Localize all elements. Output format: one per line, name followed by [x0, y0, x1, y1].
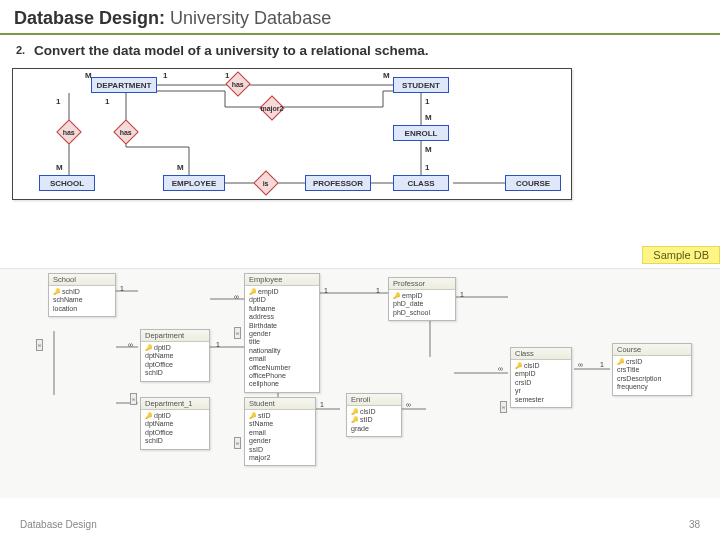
erd-card: 1	[163, 71, 167, 80]
schema-table-title: Course	[613, 344, 691, 356]
schema-card: 1	[600, 361, 604, 368]
erd-card: 1	[425, 97, 429, 106]
schema-field: ssID	[248, 446, 312, 454]
footer-page-number: 38	[689, 519, 700, 530]
schema-field: major2	[248, 454, 312, 462]
schema-card: ∞	[406, 401, 411, 408]
schema-table-professor: Professor empID phD_date phD_school	[388, 277, 456, 321]
schema-card: 1	[324, 287, 328, 294]
erd-card: 1	[105, 97, 109, 106]
schema-table-employee: Employee empID dptID fullname address Bi…	[244, 273, 320, 393]
schema-field: gender	[248, 330, 316, 338]
schema-table-title: Student	[245, 398, 315, 410]
schema-field: crsID	[616, 358, 688, 366]
schema-field: dptName	[144, 352, 206, 360]
erd-entity-course: COURSE	[505, 175, 561, 191]
erd-entity-class: CLASS	[393, 175, 449, 191]
schema-table-title: Class	[511, 348, 571, 360]
schema-field: empID	[514, 370, 568, 378]
slide-header: Database Design: University Database	[0, 0, 720, 35]
schema-field: officePhone	[248, 372, 316, 380]
schema-field: fullname	[248, 305, 316, 313]
schema-field: stName	[248, 420, 312, 428]
erd-card: 1	[425, 163, 429, 172]
schema-diagram: School schID schName location Department…	[0, 268, 720, 498]
schema-card: ∞	[578, 361, 583, 368]
schema-field: nationality	[248, 347, 316, 355]
schema-table-department: Department dptID dptName dptOffice schID	[140, 329, 210, 382]
schema-table-enroll: Enroll clsID stID grade	[346, 393, 402, 437]
schema-field: schID	[52, 288, 112, 296]
schema-field: cellphone	[248, 380, 316, 388]
schema-field: crsID	[514, 379, 568, 387]
schema-field: gender	[248, 437, 312, 445]
schema-table-student: Student stID stName email gender ssID ma…	[244, 397, 316, 466]
footer-left: Database Design	[20, 519, 97, 530]
schema-field: schID	[144, 437, 206, 445]
erd-card: M	[85, 71, 92, 80]
schema-field: semester	[514, 396, 568, 404]
schema-table-class: Class clsID empID crsID yr semester	[510, 347, 572, 408]
conn-tab: ∞	[500, 401, 507, 413]
schema-table-department1: Department_1 dptID dptName dptOffice sch…	[140, 397, 210, 450]
erd-entity-employee: EMPLOYEE	[163, 175, 225, 191]
schema-field: grade	[350, 425, 398, 433]
schema-table-title: Professor	[389, 278, 455, 290]
schema-field: yr	[514, 387, 568, 395]
schema-field: stID	[248, 412, 312, 420]
schema-field: dptID	[144, 344, 206, 352]
erd-entity-enroll: ENROLL	[393, 125, 449, 141]
schema-table-title: Enroll	[347, 394, 401, 406]
schema-field: crsDescription	[616, 375, 688, 383]
schema-field: frequency	[616, 383, 688, 391]
conn-tab: ∞	[36, 339, 43, 351]
schema-field: email	[248, 355, 316, 363]
schema-field: stID	[350, 416, 398, 424]
schema-field: schID	[144, 369, 206, 377]
erd-card: M	[177, 163, 184, 172]
schema-field: clsID	[514, 362, 568, 370]
erd-diagram: DEPARTMENT STUDENT has major2 has has is…	[12, 68, 572, 200]
slide-footer: Database Design 38	[0, 513, 720, 540]
schema-card: 1	[460, 291, 464, 298]
schema-field: location	[52, 305, 112, 313]
schema-card: ∞	[234, 293, 239, 300]
erd-entity-department: DEPARTMENT	[91, 77, 157, 93]
header-title-bold: Database Design:	[14, 8, 165, 28]
schema-field: dptOffice	[144, 361, 206, 369]
erd-card: M	[383, 71, 390, 80]
erd-card: M	[56, 163, 63, 172]
task-text: Convert the data model of a university t…	[34, 43, 429, 58]
schema-field: phD_date	[392, 300, 452, 308]
schema-table-title: Employee	[245, 274, 319, 286]
schema-table-school: School schID schName location	[48, 273, 116, 317]
schema-card: 1	[120, 285, 124, 292]
schema-field: empID	[392, 292, 452, 300]
schema-table-title: Department_1	[141, 398, 209, 410]
conn-tab: ∞	[234, 437, 241, 449]
erd-card: M	[425, 113, 432, 122]
schema-card: 1	[216, 341, 220, 348]
schema-field: dptID	[248, 296, 316, 304]
erd-card: 1	[56, 97, 60, 106]
conn-tab: ∞	[130, 393, 137, 405]
schema-field: address	[248, 313, 316, 321]
sample-db-badge: Sample DB	[642, 246, 720, 264]
schema-field: title	[248, 338, 316, 346]
erd-entity-school: SCHOOL	[39, 175, 95, 191]
erd-entity-student: STUDENT	[393, 77, 449, 93]
schema-card: ∞	[128, 341, 133, 348]
task-number: 2.	[16, 44, 25, 56]
erd-entity-professor: PROFESSOR	[305, 175, 371, 191]
schema-field: dptName	[144, 420, 206, 428]
schema-field: clsID	[350, 408, 398, 416]
schema-field: dptOffice	[144, 429, 206, 437]
schema-table-course: Course crsID crsTitle crsDescription fre…	[612, 343, 692, 396]
schema-card: 1	[376, 287, 380, 294]
schema-card: 1	[320, 401, 324, 408]
schema-field: officeNumber	[248, 364, 316, 372]
schema-field: Birthdate	[248, 322, 316, 330]
schema-field: phD_school	[392, 309, 452, 317]
header-title-sub: University Database	[170, 8, 331, 28]
schema-field: dptID	[144, 412, 206, 420]
